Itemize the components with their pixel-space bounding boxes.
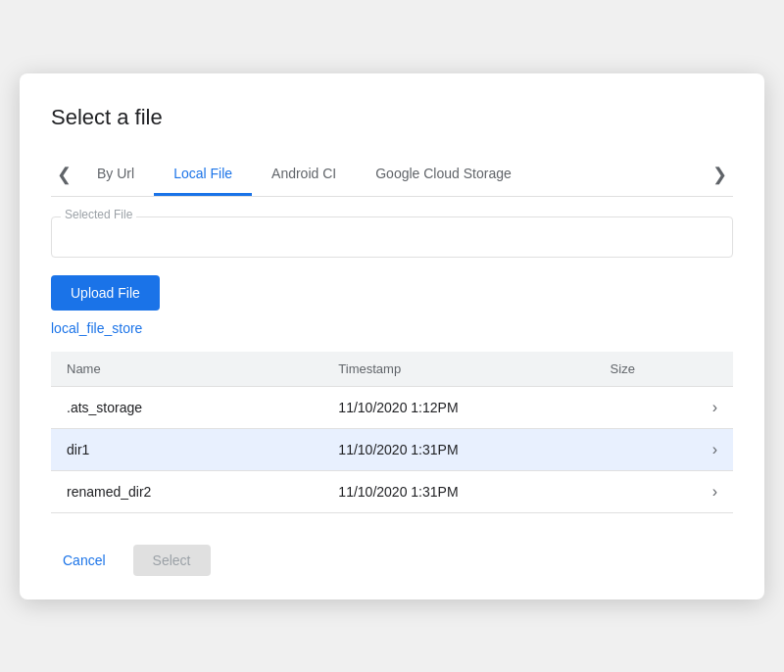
- dialog-title: Select a file: [51, 105, 733, 130]
- cancel-button[interactable]: Cancel: [51, 545, 118, 576]
- table-row[interactable]: .ats_storage 11/10/2020 1:12PM ›: [51, 386, 733, 428]
- tab-prev-button[interactable]: ❮: [51, 166, 77, 183]
- file-table: Name Timestamp Size .ats_storage 11/10/2…: [51, 352, 733, 513]
- table-body: .ats_storage 11/10/2020 1:12PM › dir1 11…: [51, 386, 733, 512]
- col-header-name: Name: [51, 352, 322, 387]
- tabs-list: By Url Local File Android CI Google Clou…: [77, 154, 707, 196]
- table-row[interactable]: dir1 11/10/2020 1:31PM ›: [51, 428, 733, 470]
- tab-by-url[interactable]: By Url: [77, 154, 154, 196]
- selected-file-wrapper: Selected File: [51, 216, 733, 258]
- cell-chevron: ›: [697, 428, 733, 470]
- cell-size: [595, 470, 697, 512]
- cell-chevron: ›: [697, 386, 733, 428]
- tab-android-ci[interactable]: Android CI: [252, 154, 356, 196]
- tab-google-cloud-storage[interactable]: Google Cloud Storage: [356, 154, 531, 196]
- table-row[interactable]: renamed_dir2 11/10/2020 1:31PM ›: [51, 470, 733, 512]
- cell-name: renamed_dir2: [51, 470, 322, 512]
- cell-timestamp: 11/10/2020 1:12PM: [322, 386, 594, 428]
- cell-chevron: ›: [697, 470, 733, 512]
- cell-timestamp: 11/10/2020 1:31PM: [322, 428, 594, 470]
- chevron-icon: ›: [712, 399, 717, 415]
- cell-name: .ats_storage: [51, 386, 322, 428]
- cell-name: dir1: [51, 428, 322, 470]
- col-header-timestamp: Timestamp: [322, 352, 594, 387]
- selected-file-label: Selected File: [61, 208, 136, 221]
- col-header-chevron: [697, 352, 733, 387]
- select-button[interactable]: Select: [133, 545, 211, 576]
- dialog-footer: Cancel Select: [51, 545, 733, 576]
- select-file-dialog: Select a file ❮ By Url Local File Androi…: [20, 73, 764, 600]
- tab-local-file[interactable]: Local File: [154, 154, 252, 196]
- cell-timestamp: 11/10/2020 1:31PM: [322, 470, 594, 512]
- selected-file-input[interactable]: [51, 216, 733, 258]
- tab-next-button[interactable]: ❯: [707, 166, 733, 183]
- table-header: Name Timestamp Size: [51, 352, 733, 387]
- upload-file-button[interactable]: Upload File: [51, 275, 160, 311]
- chevron-icon: ›: [712, 441, 717, 457]
- cell-size: [595, 386, 697, 428]
- file-store-label: local_file_store: [51, 320, 733, 336]
- chevron-icon: ›: [712, 483, 717, 500]
- col-header-size: Size: [595, 352, 697, 387]
- cell-size: [595, 428, 697, 470]
- tabs-container: ❮ By Url Local File Android CI Google Cl…: [51, 154, 733, 197]
